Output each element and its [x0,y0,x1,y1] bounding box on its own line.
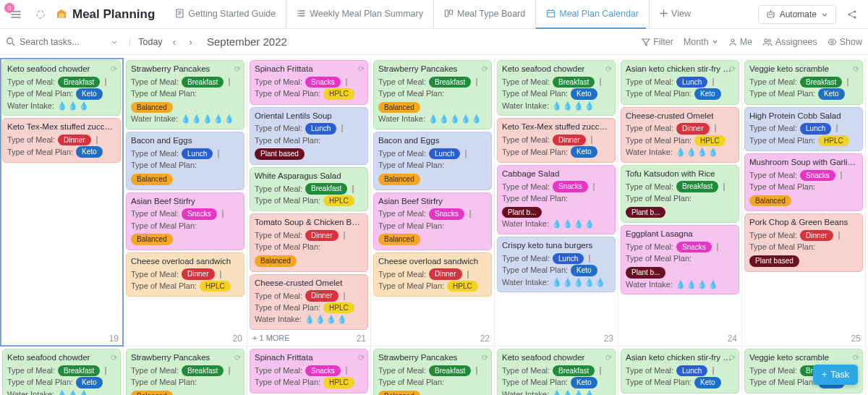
chevron-down-icon[interactable] [111,38,118,46]
meal-card[interactable]: Keto seafood chowder⟳Type of Meal:Breakf… [497,349,616,395]
calendar-day[interactable]: Spinach Frittata⟳Type of Meal:SnacksType… [247,58,371,347]
bar-icon [229,78,230,86]
meal-card[interactable]: Oriental Lentils SoupType of Meal:LunchT… [250,107,368,165]
menu-button[interactable]: 0 [6,4,26,25]
meal-card[interactable]: Tofu Katsudon with RiceType of Meal:Brea… [621,165,739,223]
meal-card[interactable]: Pork Chop & Green BeansType of Meal:Dinn… [744,213,863,271]
list-icon [297,9,306,18]
filter-button[interactable]: Filter [642,37,673,47]
meal-plan-label: Type of Meal Plan: [626,193,692,204]
day-number: 21 [357,334,366,344]
more-link[interactable]: + 1 MORE [250,332,368,344]
water-drop-icon: 💧 [79,389,89,395]
meal-plan-label: Type of Meal Plan: [255,88,320,99]
today-button[interactable]: Today [138,37,162,47]
share-button[interactable] [842,4,862,25]
tab-getting-started-guide[interactable]: Getting Started Guide [168,0,283,29]
me-filter-button[interactable]: Me [728,37,752,47]
bar-icon [841,171,842,179]
meal-card[interactable]: Bacon and EggsType of Meal:LunchType of … [373,132,492,190]
meal-card[interactable]: Tomato Soup & Chicken BarbecueType of Me… [250,213,368,271]
add-task-button[interactable]: + Task [813,365,858,385]
calendar-day[interactable]: Keto seafood chowder⟳Type of Meal:Breakf… [495,58,618,347]
meal-card[interactable]: Veggie keto scramble⟳Type of Meal:Breakf… [744,60,863,105]
meal-type-label: Type of Meal: [626,365,673,376]
bar-icon [836,124,838,132]
meal-card[interactable]: Strawberry Pancakes⟳Type of Meal:Breakfa… [373,60,492,129]
calendar-day[interactable]: Keto seafood chowder⟳Type of Meal:Breakf… [0,58,124,347]
water-drop-icon: 💧 [439,114,449,124]
meal-card[interactable]: Cabbage SaladType of Meal:SnacksType of … [497,165,616,234]
meal-card[interactable]: White Asparagus SaladType of Meal:Breakf… [250,167,368,212]
meal-card[interactable]: Keto Tex-Mex stuffed zucchini boatType o… [2,118,121,163]
meal-plan-label: Type of Meal Plan: [255,195,320,206]
month-dropdown[interactable]: Month [684,37,718,47]
calendar-day[interactable]: Strawberry Pancakes⟳Type of Meal:Breakfa… [124,58,247,347]
calendar-day[interactable]: Asian keto chicken stir-fry with broc⟳Ty… [618,58,742,347]
meal-card[interactable]: Keto seafood chowder⟳Type of Meal:Breakf… [497,60,616,116]
assignees-button[interactable]: Assignees [762,37,817,47]
calendar-day[interactable]: Strawberry Pancakes⟳Type of Meal:Breakfa… [124,347,247,395]
tab-meal-type-board[interactable]: Meal Type Board [433,0,532,29]
meal-card[interactable]: Eggplant LasagnaType of Meal:SnacksType … [621,225,739,294]
svg-point-7 [771,14,773,15]
meal-plan-pill: Balanced [131,234,173,245]
meal-card[interactable]: High Protein Cobb SaladType of Meal:Lunc… [744,107,863,152]
calendar-day[interactable]: Veggie keto scramble⟳Type of Meal:Breakf… [742,58,866,347]
meal-card[interactable]: Keto Tex-Mex stuffed zucchini boType of … [497,118,616,163]
meal-card[interactable]: Cheese overload sandwichType of Meal:Din… [373,252,492,297]
calendar-day[interactable]: Keto seafood chowder⟳Type of Meal:Breakf… [495,347,618,395]
loading-button[interactable] [30,4,51,25]
water-drop-icon: 💧 [79,101,89,111]
next-month-button[interactable]: › [186,36,195,48]
prev-month-button[interactable]: ‹ [170,36,179,48]
meal-plan-pill: Balanced [378,234,420,245]
tab-meal-plan-calendar[interactable]: Meal Plan Calendar [535,0,646,29]
meal-type-label: Type of Meal: [255,365,302,376]
water-drop-icon: 💧 [315,314,326,325]
meal-card[interactable]: Spinach Frittata⟳Type of Meal:SnacksType… [250,349,368,394]
meal-card[interactable]: Crispy keto tuna burgersType of Meal:Lun… [497,237,616,292]
meal-card[interactable]: Asian Beef StirfryType of Meal:SnacksTyp… [126,192,244,250]
meal-card[interactable]: Cheese-crusted OmeletType of Meal:Dinner… [250,274,368,330]
calendar-day[interactable]: Keto seafood chowder⟳Type of Meal:Breakf… [0,347,124,395]
meal-card-title: Strawberry Pancakes [378,64,487,75]
sync-icon: ⟳ [111,64,117,75]
calendar-day[interactable]: Strawberry Pancakes⟳Type of Meal:Breakfa… [371,58,495,347]
bar-icon [476,367,477,375]
meal-type-pill: Lunch [182,148,213,160]
meal-card[interactable]: Strawberry Pancakes⟳Type of Meal:Breakfa… [126,349,244,395]
meal-card[interactable]: Cheese overload sandwichType of Meal:Din… [126,252,244,297]
calendar-day[interactable]: Strawberry Pancakes⟳Type of Meal:Breakfa… [371,347,495,395]
calendar-day[interactable]: Spinach Frittata⟳Type of Meal:SnacksType… [247,347,371,395]
meal-card-title: Veggie keto scramble [749,64,858,75]
meal-card[interactable]: Keto seafood chowder⟳Type of Meal:Breakf… [2,60,121,116]
meal-card[interactable]: Asian keto chicken stir-fry with broc⟳Ty… [621,60,739,105]
meal-card[interactable]: Spinach Frittata⟳Type of Meal:SnacksType… [250,60,368,105]
tab-weekly-meal-plan-summary[interactable]: Weekly Meal Plan Summary [286,0,430,29]
meal-card[interactable]: Mushroom Soup with Garlic BreType of Mea… [744,153,863,211]
meal-card[interactable]: Asian Beef StirfryType of Meal:SnacksTyp… [373,192,492,250]
meal-card[interactable]: Cheese-crusted OmeletType of Meal:Dinner… [621,107,739,163]
calendar-grid: Keto seafood chowder⟳Type of Meal:Breakf… [0,55,868,395]
water-drop-icon: 💧 [574,101,584,111]
bar-icon [222,210,224,218]
tab-view[interactable]: View [649,0,698,29]
meal-card[interactable]: Keto seafood chowder⟳Type of Meal:Breakf… [2,349,121,395]
meal-card[interactable]: Asian keto chicken stir-fry with th⟳Type… [621,349,739,394]
search-input[interactable] [20,37,106,47]
automate-label: Automate [780,9,817,20]
meal-card[interactable]: Bacon and EggsType of Meal:LunchType of … [126,132,244,190]
meal-plan-pill: Keto [76,146,103,158]
day-number: 23 [604,334,613,344]
meal-plan-pill: HPLC [818,135,849,147]
water-drop-icon: 💧 [450,114,460,124]
show-button[interactable]: Show [827,37,862,47]
calendar-day[interactable]: Asian keto chicken stir-fry with th⟳Type… [618,347,742,395]
meal-plan-label: Type of Meal Plan: [502,193,568,204]
automate-button[interactable]: Automate [758,5,836,24]
meal-card[interactable]: Strawberry Pancakes⟳Type of Meal:Breakfa… [126,60,244,129]
tab-label: Meal Plan Calendar [559,9,639,19]
meal-card[interactable]: Strawberry Pancakes⟳Type of Meal:Breakfa… [373,349,492,395]
chevron-down-icon [821,11,828,18]
